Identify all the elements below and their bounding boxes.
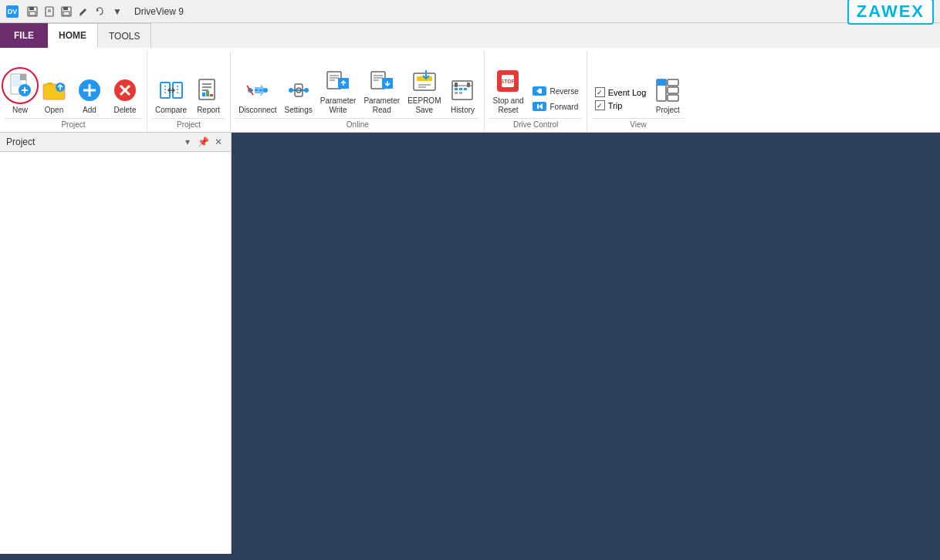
event-log-checkbox[interactable]: Event Log bbox=[595, 87, 647, 97]
svg-rect-8 bbox=[63, 12, 69, 15]
disconnect-button[interactable]: Disconnect bbox=[235, 73, 279, 116]
svg-rect-65 bbox=[464, 88, 467, 90]
report-icon bbox=[194, 76, 222, 104]
svg-rect-7 bbox=[63, 7, 68, 10]
new-button[interactable]: New bbox=[5, 70, 36, 116]
history-icon bbox=[448, 76, 476, 104]
param-write-label: Parameter Write bbox=[320, 96, 357, 115]
forward-button[interactable]: Forward bbox=[529, 100, 582, 113]
project-view-button[interactable]: Project bbox=[651, 73, 685, 116]
stop-reset-label: Stop and Reset bbox=[492, 96, 523, 115]
main-area: Project ▾ 📌 ✕ bbox=[0, 133, 940, 554]
svg-rect-81 bbox=[668, 95, 678, 101]
view-group-label: View bbox=[592, 118, 685, 130]
report-label: Report bbox=[197, 106, 220, 115]
ribbon-group-view: Event Log Trip Pro bbox=[587, 51, 690, 132]
eeprom-save-label: EEPROM Save bbox=[407, 96, 441, 115]
qa-save-btn[interactable] bbox=[25, 4, 40, 19]
delete-icon bbox=[111, 76, 139, 104]
project-view-icon bbox=[654, 76, 681, 104]
param-read-label: Parameter Read bbox=[363, 96, 400, 115]
param-write-button[interactable]: Parameter Write bbox=[317, 64, 360, 116]
compare-label: Compare bbox=[155, 106, 187, 115]
app-icon: DV bbox=[6, 5, 19, 18]
ribbon-group-project: New Open bbox=[0, 51, 147, 132]
sidebar-close-btn[interactable]: ✕ bbox=[212, 136, 225, 148]
ribbon-items-drive-control: STOP Stop and Reset Reverse bbox=[489, 51, 581, 116]
svg-rect-33 bbox=[202, 93, 205, 96]
qa-dropdown-btn[interactable]: ▼ bbox=[110, 4, 125, 19]
svg-rect-61 bbox=[455, 83, 458, 87]
svg-rect-29 bbox=[199, 79, 215, 100]
disconnect-icon bbox=[244, 76, 272, 104]
svg-rect-12 bbox=[12, 76, 22, 86]
qa-save2-btn[interactable] bbox=[59, 4, 74, 19]
sidebar-header: Project ▾ 📌 ✕ bbox=[0, 133, 231, 152]
open-button[interactable]: Open bbox=[37, 73, 71, 116]
new-icon bbox=[6, 72, 34, 100]
svg-rect-34 bbox=[206, 91, 209, 96]
trip-checkbox[interactable]: Trip bbox=[595, 100, 647, 110]
zawex-logo: ZAWEX bbox=[847, 0, 934, 25]
svg-rect-66 bbox=[455, 92, 458, 94]
stop-reset-icon: STOP bbox=[494, 67, 522, 95]
stop-reset-button[interactable]: STOP Stop and Reset bbox=[489, 64, 526, 116]
settings-button[interactable]: Settings bbox=[282, 73, 316, 116]
tab-home[interactable]: HOME bbox=[48, 23, 98, 48]
svg-rect-55 bbox=[414, 73, 435, 90]
title-bar: DV ▼ DriveView 9 ZAWEX bbox=[0, 0, 940, 23]
delete-button[interactable]: Delete bbox=[108, 73, 142, 116]
settings-label: Settings bbox=[285, 106, 313, 115]
sidebar-dropdown-btn[interactable]: ▾ bbox=[181, 136, 194, 148]
svg-point-40 bbox=[304, 88, 309, 93]
project-group-label: Project bbox=[5, 118, 142, 130]
param-write-icon bbox=[324, 67, 352, 95]
svg-rect-80 bbox=[668, 87, 678, 93]
svg-rect-1 bbox=[29, 7, 34, 10]
compare-icon bbox=[157, 76, 185, 104]
svg-rect-62 bbox=[467, 83, 470, 87]
eeprom-save-button[interactable]: EEPROM Save bbox=[404, 64, 444, 116]
tab-file[interactable]: FILE bbox=[0, 23, 48, 48]
sidebar-panel: Project ▾ 📌 ✕ bbox=[0, 133, 232, 554]
tab-tools[interactable]: TOOLS bbox=[98, 23, 151, 48]
qa-undo-btn[interactable] bbox=[93, 4, 108, 19]
reverse-label: Reverse bbox=[550, 87, 579, 96]
ribbon-group-online: Disconnect Settings bbox=[231, 51, 485, 132]
history-label: History bbox=[451, 106, 475, 115]
svg-rect-64 bbox=[459, 88, 462, 90]
sidebar-content bbox=[0, 152, 231, 554]
trip-cb-icon bbox=[595, 100, 605, 110]
open-icon bbox=[40, 76, 68, 104]
event-log-cb-icon bbox=[595, 87, 605, 97]
add-icon bbox=[76, 76, 103, 104]
param-read-button[interactable]: Parameter Read bbox=[360, 64, 403, 116]
sidebar-controls: ▾ 📌 ✕ bbox=[181, 136, 225, 148]
event-log-label: Event Log bbox=[608, 88, 647, 97]
qa-new-btn[interactable] bbox=[42, 4, 57, 19]
svg-rect-79 bbox=[668, 79, 678, 86]
ribbon-items-project: New Open bbox=[5, 51, 142, 116]
qa-edit-btn[interactable] bbox=[76, 4, 91, 19]
ribbon-group-compare: Compare Report Project bbox=[147, 51, 231, 132]
ribbon: New Open bbox=[0, 48, 940, 133]
ribbon-group-drive-control: STOP Stop and Reset Reverse bbox=[485, 51, 587, 132]
svg-rect-78 bbox=[657, 79, 666, 86]
eeprom-save-icon bbox=[411, 67, 438, 95]
settings-icon bbox=[285, 76, 313, 104]
reverse-button[interactable]: Reverse bbox=[529, 84, 582, 98]
new-label: New bbox=[12, 106, 28, 115]
report-button[interactable]: Report bbox=[191, 73, 225, 116]
history-button[interactable]: History bbox=[445, 73, 479, 116]
workspace bbox=[232, 133, 940, 554]
svg-rect-67 bbox=[459, 92, 462, 94]
svg-text:STOP: STOP bbox=[501, 79, 516, 84]
disconnect-label: Disconnect bbox=[238, 106, 276, 115]
sidebar-pin-btn[interactable]: 📌 bbox=[197, 136, 209, 148]
svg-point-39 bbox=[289, 88, 293, 93]
sidebar-title: Project bbox=[6, 137, 35, 147]
add-label: Add bbox=[83, 106, 96, 115]
compare-button[interactable]: Compare bbox=[152, 73, 190, 116]
online-group-label: Online bbox=[235, 118, 479, 130]
add-button[interactable]: Add bbox=[73, 73, 107, 116]
